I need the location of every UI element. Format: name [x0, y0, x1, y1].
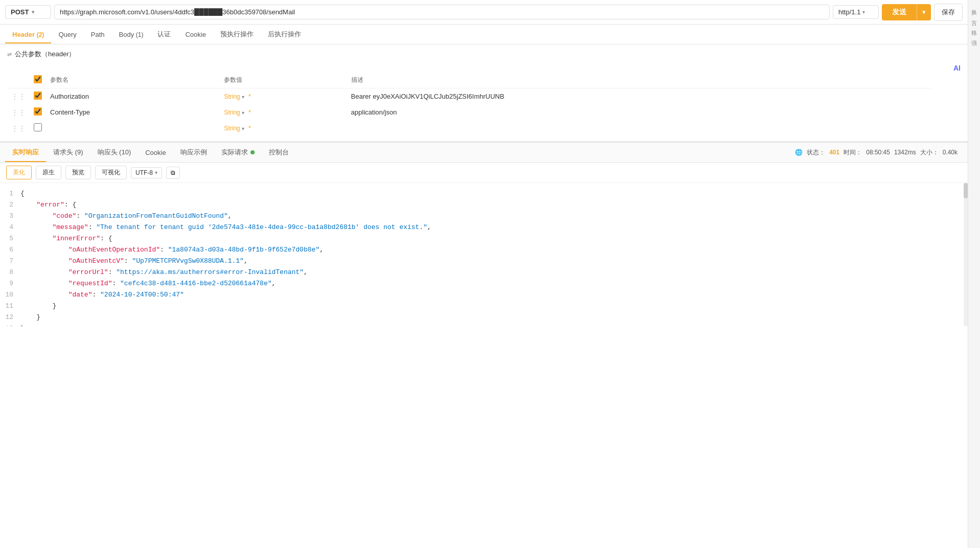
bottom-tab-actual-req[interactable]: 实际请求: [214, 143, 262, 162]
tab-header[interactable]: Header (2): [5, 26, 51, 43]
drag-handle-0[interactable]: ⋮⋮: [7, 88, 30, 105]
bottom-tab-realtime[interactable]: 实时响应: [5, 143, 46, 162]
http-version-text: http/1.1: [838, 8, 860, 16]
status-label: 状态：: [807, 148, 825, 157]
bottom-panel: 实时响应 请求头 (9) 响应头 (10) Cookie 响应示例 实际请求 控…: [0, 142, 968, 326]
bottom-tab-console[interactable]: 控制台: [262, 143, 296, 162]
row-checkbox-cell-1: [30, 104, 46, 120]
row-name-0: Authorization: [50, 93, 89, 100]
tab-auth[interactable]: 认证: [150, 25, 178, 44]
col-drag: [7, 72, 30, 88]
row-type-chevron-0[interactable]: ▾: [242, 94, 244, 100]
code-line: 2 "error": {: [0, 199, 968, 211]
bottom-tab-cookie[interactable]: Cookie: [138, 144, 173, 162]
method-text: POST: [11, 8, 29, 16]
ai-icon[interactable]: AI: [953, 64, 961, 72]
tab-cookie[interactable]: Cookie: [178, 26, 213, 43]
time-label: 时间：: [844, 148, 862, 157]
row-checkbox-1[interactable]: [34, 107, 42, 116]
col-desc-header: 描述: [347, 72, 931, 88]
format-preview-btn[interactable]: 预览: [65, 166, 91, 179]
line-number: 4: [0, 222, 20, 233]
col-check: [30, 72, 46, 88]
code-line: 13}: [0, 323, 968, 326]
table-row: ⋮⋮ String ▾ *: [7, 120, 961, 136]
line-content: "date": "2024-10-24T00:50:47": [20, 289, 968, 301]
code-line: 4 "message": "The tenant for tenant guid…: [0, 222, 968, 233]
code-line: 6 "oAuthEventOperationId": "1a8074a3-d03…: [0, 244, 968, 256]
line-number: 1: [0, 188, 20, 199]
format-visual-btn[interactable]: 可视化: [95, 166, 127, 179]
bottom-tab-resp-header[interactable]: 响应头 (10): [90, 143, 139, 162]
select-all-checkbox[interactable]: [34, 75, 42, 83]
tab-query[interactable]: Query: [51, 26, 83, 43]
tab-pre-exec[interactable]: 预执行操作: [213, 25, 261, 44]
http-version-selector[interactable]: http/1.1 ▾: [833, 5, 879, 19]
scroll-thumb[interactable]: [964, 183, 968, 198]
row-type-chevron-1[interactable]: ▾: [242, 110, 244, 116]
code-line: 1{: [0, 188, 968, 199]
status-code: 401: [829, 149, 839, 156]
params-table: 参数名 参数值 描述 ⋮⋮ Authorization String: [7, 72, 961, 136]
tab-post-exec[interactable]: 后执行操作: [261, 25, 308, 44]
tab-pre-exec-label: 预执行操作: [220, 30, 254, 38]
row-value-cell-1: application/json: [347, 104, 931, 120]
line-content: "error": {: [20, 199, 968, 211]
row-type-cell-1: String ▾ *: [220, 104, 347, 120]
status-bar: 🌐 状态： 401 时间： 08:50:45 1342ms 大小： 0.40k: [795, 148, 963, 157]
row-checkbox-2[interactable]: [34, 123, 42, 131]
row-name-cell-1: Content-Type: [46, 104, 220, 120]
send-button[interactable]: 发送: [882, 4, 917, 20]
row-type-chevron-2[interactable]: ▾: [242, 126, 244, 131]
row-value-cell-0: Bearer eyJ0eXAiOiJKV1QiLCJub25jZSI6ImhrU…: [347, 88, 931, 105]
code-lines: 1{2 "error": {3 "code": "OrganizationFro…: [0, 188, 968, 326]
line-number: 7: [0, 256, 20, 267]
code-line: 10 "date": "2024-10-24T00:50:47": [0, 289, 968, 301]
tab-body[interactable]: Body (1): [112, 26, 151, 43]
section-arrow-icon[interactable]: ⇌: [7, 51, 12, 58]
line-content: "oAuthEventOperationId": "1a8074a3-d03a-…: [20, 244, 968, 256]
method-selector[interactable]: POST ▾: [5, 5, 51, 19]
code-line: 3 "code": "OrganizationFromTenantGuidNot…: [0, 211, 968, 222]
code-line: 11 }: [0, 301, 968, 312]
line-number: 6: [0, 244, 20, 256]
row-type-0[interactable]: String: [224, 93, 240, 100]
bottom-tab-realtime-label: 实时响应: [12, 148, 39, 156]
col-name-header: 参数名: [46, 72, 220, 88]
scrollbar[interactable]: [964, 183, 968, 326]
format-beautify-btn[interactable]: 美化: [6, 166, 32, 179]
row-name-1: Content-Type: [50, 108, 90, 116]
code-line: 5 "innerError": {: [0, 233, 968, 244]
size-label: 大小：: [920, 148, 939, 157]
tab-path[interactable]: Path: [84, 26, 112, 43]
size-value: 0.40k: [943, 149, 958, 156]
code-line: 8 "errorUrl": "https://aka.ms/autherrors…: [0, 267, 968, 278]
encoding-selector[interactable]: UTF-8 ▾: [131, 167, 162, 178]
line-content: "innerError": {: [20, 233, 968, 244]
save-button[interactable]: 保存: [934, 4, 963, 21]
bottom-tab-console-label: 控制台: [269, 148, 289, 156]
row-type-cell-2: String ▾ *: [220, 120, 347, 136]
line-number: 13: [0, 323, 20, 326]
row-type-2[interactable]: String: [224, 125, 240, 132]
row-checkbox-0[interactable]: [34, 92, 42, 100]
code-line: 12 }: [0, 312, 968, 323]
line-number: 3: [0, 211, 20, 222]
http-chevron-icon: ▾: [862, 9, 865, 15]
drag-handle-2[interactable]: ⋮⋮: [7, 120, 30, 136]
url-input[interactable]: [54, 5, 830, 19]
send-dropdown-button[interactable]: ▾: [917, 4, 931, 20]
copy-button[interactable]: ⧉: [166, 167, 180, 179]
encoding-text: UTF-8: [135, 169, 153, 176]
line-number: 10: [0, 289, 20, 301]
line-number: 8: [0, 267, 20, 278]
bottom-tab-req-header[interactable]: 请求头 (9): [46, 143, 90, 162]
format-raw-btn[interactable]: 原生: [36, 166, 61, 179]
tab-query-label: Query: [58, 31, 76, 38]
top-bar: POST ▾ http/1.1 ▾ 发送 ▾ 保存: [0, 0, 968, 25]
row-type-1[interactable]: String: [224, 109, 240, 116]
row-required-star-2: *: [248, 124, 251, 132]
drag-handle-1[interactable]: ⋮⋮: [7, 104, 30, 120]
time-value: 08:50:45: [866, 149, 890, 156]
bottom-tab-resp-example[interactable]: 响应示例: [173, 143, 214, 162]
